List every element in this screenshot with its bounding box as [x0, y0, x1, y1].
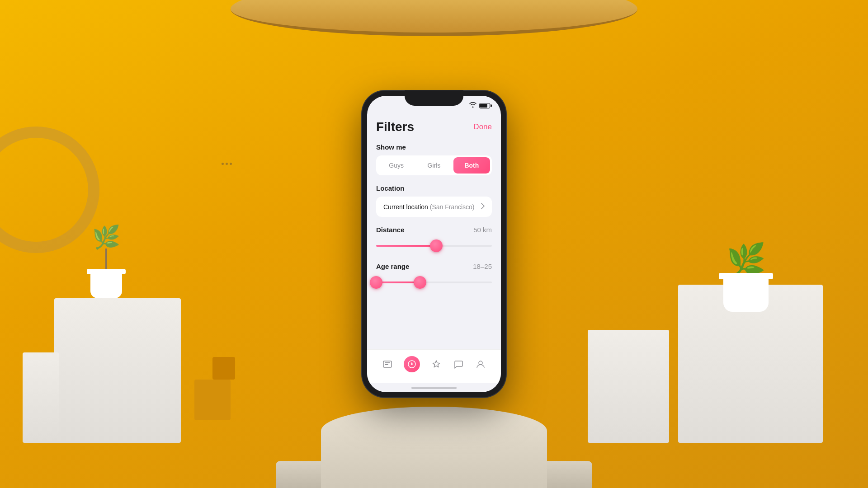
distance-slider[interactable]	[376, 238, 492, 253]
show-me-girls-button[interactable]: Girls	[415, 157, 452, 174]
distance-value: 50 km	[473, 226, 492, 234]
yellow-box2-decoration	[212, 357, 235, 380]
notch	[405, 90, 463, 106]
location-input[interactable]: Current location (San Francisco)	[376, 197, 492, 217]
show-me-guys-button[interactable]: Guys	[378, 157, 415, 174]
age-range-header: Age range 18–25	[376, 263, 492, 270]
location-label: Location	[376, 184, 492, 192]
screen-content: Filters Done Show me Guys Girls Bo	[367, 109, 501, 349]
distance-header: Distance 50 km	[376, 226, 492, 234]
yellow-box-decoration	[194, 380, 231, 420]
status-icons	[469, 102, 490, 109]
block-right2	[588, 330, 669, 443]
filters-header: Filters Done	[376, 120, 492, 134]
location-arrow-icon	[478, 203, 485, 211]
nav-item-profile[interactable]	[471, 357, 490, 372]
profile-icon	[475, 358, 486, 370]
show-me-buttons: Guys Girls Both	[376, 155, 492, 175]
star-icon	[430, 358, 442, 370]
block-left	[54, 298, 181, 443]
svg-point-4	[411, 364, 412, 365]
done-button[interactable]: Done	[473, 122, 492, 131]
phone-screen: Filters Done Show me Guys Girls Bo	[367, 96, 501, 392]
show-me-label: Show me	[376, 143, 492, 151]
plant-right-decoration: 🌿	[723, 244, 769, 312]
age-range-min-thumb[interactable]	[370, 276, 382, 289]
wifi-icon	[469, 102, 476, 109]
nav-item-chat[interactable]	[449, 357, 468, 372]
plant-left-decoration: 🌿	[90, 226, 122, 298]
block-left2	[23, 352, 59, 443]
age-range-slider[interactable]	[376, 275, 492, 290]
nav-item-star[interactable]	[427, 357, 446, 372]
show-me-section: Show me Guys Girls Both	[376, 143, 492, 175]
distance-thumb[interactable]	[430, 239, 443, 252]
nav-item-cards[interactable]	[378, 357, 397, 372]
distance-label: Distance	[376, 226, 405, 234]
location-section: Location Current location (San Francisco…	[376, 184, 492, 217]
svg-rect-2	[385, 364, 388, 365]
svg-rect-1	[385, 362, 390, 363]
nav-item-compass[interactable]	[400, 354, 424, 374]
age-range-section: Age range 18–25	[376, 263, 492, 290]
chat-icon	[453, 358, 464, 370]
show-me-both-button[interactable]: Both	[453, 157, 490, 174]
home-bar	[411, 387, 457, 389]
dots-decoration	[222, 163, 232, 165]
age-range-max-thumb[interactable]	[414, 276, 426, 289]
distance-fill	[376, 245, 436, 247]
pedestal	[321, 407, 547, 488]
distance-section: Distance 50 km	[376, 226, 492, 253]
compass-icon	[404, 356, 420, 372]
age-range-label: Age range	[376, 263, 409, 270]
age-range-value: 18–25	[473, 263, 492, 270]
svg-point-5	[479, 361, 482, 365]
page-title: Filters	[376, 120, 414, 134]
bottom-navigation	[367, 349, 501, 383]
home-indicator	[367, 383, 501, 392]
location-text: Current location (San Francisco)	[383, 203, 475, 211]
phone: Filters Done Show me Guys Girls Bo	[362, 90, 506, 398]
cards-icon	[382, 358, 393, 370]
location-city: (San Francisco)	[430, 203, 475, 211]
battery-icon	[479, 103, 490, 108]
phone-wrapper: Filters Done Show me Guys Girls Bo	[362, 90, 506, 398]
